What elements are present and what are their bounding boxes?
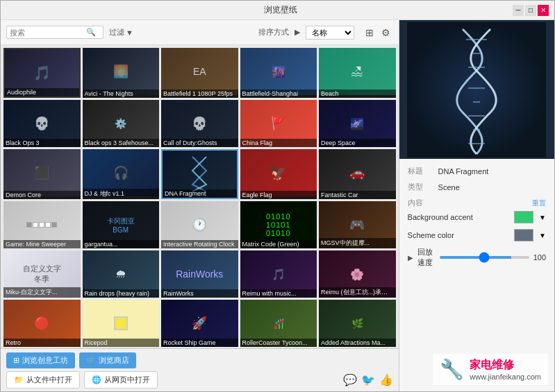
grid-item[interactable]: 🎧 DJ & 地fc v1.1 bbox=[83, 149, 160, 199]
grid-item[interactable]: RainWorks RainWorks bbox=[161, 250, 238, 298]
bg-accent-row: Background accent ▼ bbox=[408, 211, 546, 223]
grid-item[interactable]: 🎵 Audiophile bbox=[3, 48, 81, 98]
browse-store-label: 浏览商店 bbox=[99, 355, 129, 366]
search-input[interactable] bbox=[10, 28, 86, 37]
minimize-button[interactable]: ─ bbox=[513, 5, 524, 16]
grid-item[interactable]: Game: Mine Sweeper bbox=[3, 201, 81, 248]
grid-item[interactable]: 🎢 RollerCoaster Tycoon... bbox=[240, 300, 317, 347]
grid-item-label: Beach bbox=[319, 90, 396, 98]
grid-item[interactable]: 🚩 China Flag bbox=[240, 100, 317, 147]
grid-item[interactable]: 🌆 Battlefield-Shanghai bbox=[240, 48, 317, 98]
social-facebook-icon[interactable]: 👍 bbox=[379, 373, 393, 386]
speed-label: 回放速度 bbox=[417, 247, 436, 268]
grid-item[interactable]: 🌧 Rain drops (heavy rain) bbox=[83, 250, 160, 298]
filter-icon: ▼ bbox=[126, 28, 133, 37]
grid-item[interactable]: 🏖 Beach bbox=[319, 48, 396, 98]
grid-item[interactable]: 🚗 Fantastic Car bbox=[319, 149, 396, 199]
grid-item[interactable]: 💀 Black Ops 3 bbox=[3, 100, 81, 147]
grid-item[interactable]: 🎮 MGSV中的提摩... bbox=[319, 201, 396, 248]
sort-select[interactable]: 名称 日期 大小 bbox=[306, 26, 354, 40]
close-button[interactable]: ✕ bbox=[538, 5, 549, 16]
grid-item-label: Added Attractions Ma... bbox=[319, 339, 396, 347]
social-steam-icon[interactable]: 💬 bbox=[343, 373, 357, 386]
browse-workshop-button[interactable]: ⊞ 浏览创意工坊 bbox=[6, 352, 75, 368]
grid-item[interactable]: Ricepod bbox=[83, 300, 160, 347]
grid-item-dna[interactable]: DNA Fragment bbox=[161, 149, 238, 199]
speed-value: 100 bbox=[533, 253, 546, 262]
bg-accent-dropdown[interactable]: ▼ bbox=[539, 214, 546, 221]
watermark-icon: 🔧 bbox=[440, 358, 464, 381]
grid-item-label: gargantua... bbox=[83, 240, 160, 248]
svg-rect-0 bbox=[407, 22, 546, 157]
grid-item[interactable]: 卡冈图亚BGM gargantua... bbox=[83, 201, 160, 248]
bottom-row-2: 📁 从文件中打开 🌐 从网页中打开 💬 🐦 👍 bbox=[6, 371, 393, 389]
grid-item-label: RollerCoaster Tycoon... bbox=[240, 339, 317, 347]
filter-button[interactable]: 过滤 ▼ bbox=[109, 27, 133, 37]
grid-item-label: MGSV中的提摩... bbox=[319, 238, 396, 248]
social-twitter-icon[interactable]: 🐦 bbox=[361, 373, 375, 386]
workshop-icon: ⊞ bbox=[13, 356, 19, 365]
grid-view-icon[interactable]: ⊞ bbox=[363, 26, 376, 40]
grid-item[interactable]: 🦅 Eagle Flag bbox=[240, 149, 317, 199]
grid-item-label: RainWorks bbox=[161, 289, 238, 298]
bottom-bar: ⊞ 浏览创意工坊 🛒 浏览商店 📁 从文件中打开 🌐 从网 bbox=[1, 348, 399, 391]
grid-item[interactable]: 💀 Call of Duty:Ghosts bbox=[161, 100, 238, 147]
toolbar-icons: ⊞ ⚙ bbox=[363, 26, 393, 40]
open-url-label: 从网页中打开 bbox=[104, 375, 150, 385]
content-section-label: 内容 bbox=[408, 198, 423, 208]
grid-item[interactable]: 🚀 Rocket Ship Game bbox=[161, 300, 238, 347]
grid-item[interactable]: 🌸 Reimu (创意工坊...)承接壁 bbox=[319, 250, 396, 298]
grid-item-label: Black Ops 3 bbox=[3, 139, 81, 147]
grid-item[interactable]: ⬛ Demon Core bbox=[3, 149, 81, 199]
window-controls: ─ □ ✕ bbox=[513, 5, 549, 16]
grid-item[interactable]: 🔴 Retro bbox=[3, 300, 81, 347]
grid-item[interactable]: 🌌 Deep Space bbox=[319, 100, 396, 147]
grid-item-label: Miku-自定义文字... bbox=[3, 287, 81, 298]
grid-item-label: Eagle Flag bbox=[240, 191, 317, 199]
type-field-label: 类型 bbox=[408, 182, 433, 192]
bg-accent-swatch[interactable] bbox=[514, 211, 533, 223]
grid-item-label: Battlefield 1 1080P 25fps bbox=[161, 90, 238, 98]
grid-item[interactable]: 🎵 Reimu with music... bbox=[240, 250, 317, 298]
scheme-color-row: Scheme color ▼ bbox=[408, 229, 546, 241]
open-file-button[interactable]: 📁 从文件中打开 bbox=[6, 371, 80, 389]
grid-item-label: Retro bbox=[3, 339, 81, 347]
grid-item-label: Rocket Ship Game bbox=[161, 339, 238, 347]
speed-slider[interactable] bbox=[440, 256, 529, 259]
grid-item[interactable]: 🌅 Avici - The Nights bbox=[83, 48, 160, 98]
content-section: 内容 重置 bbox=[408, 198, 546, 208]
grid-item[interactable]: 🌿 Added Attractions Ma... bbox=[319, 300, 396, 347]
content-area: 🔍 过滤 ▼ 排序方式 ▶ 名称 日期 大小 ⊞ ⚙ bbox=[1, 20, 554, 391]
grid-item[interactable]: 自定义文字冬季 Miku-自定义文字... bbox=[3, 250, 81, 298]
title-field-value: DNA Fragment bbox=[438, 167, 489, 176]
grid-item[interactable]: ⚙️ Black ops 3 Safehouse... bbox=[83, 100, 160, 147]
grid: 🎵 Audiophile 🌅 Avici - The Nights EA bbox=[3, 48, 396, 347]
grid-item[interactable]: EA Battlefield 1 1080P 25fps bbox=[161, 48, 238, 98]
main-window: 浏览壁纸 ─ □ ✕ 🔍 过滤 ▼ 排序方式 ▶ 名称 bbox=[0, 0, 555, 392]
right-panel: 标题 DNA Fragment 类型 Scene 内容 重置 Backgroun… bbox=[399, 20, 554, 391]
watermark-cn-text: 家电维修 bbox=[470, 358, 541, 373]
open-url-button[interactable]: 🌐 从网页中打开 bbox=[84, 371, 158, 389]
grid-item-label: Audiophile bbox=[5, 88, 79, 96]
maximize-button[interactable]: □ bbox=[525, 5, 536, 16]
browse-store-button[interactable]: 🛒 浏览商店 bbox=[79, 352, 136, 368]
scheme-color-dropdown[interactable]: ▼ bbox=[539, 232, 546, 239]
reset-button[interactable]: 重置 bbox=[532, 198, 546, 208]
grid-item[interactable]: 🕐 Interactive Rotating Clock bbox=[161, 201, 238, 248]
filter-label: 过滤 bbox=[109, 27, 124, 37]
grid-item-label: Call of Duty:Ghosts bbox=[161, 139, 238, 147]
search-icon: 🔍 bbox=[86, 28, 96, 37]
bottom-row-1: ⊞ 浏览创意工坊 🛒 浏览商店 bbox=[6, 352, 393, 368]
scheme-color-label: Scheme color bbox=[408, 231, 509, 239]
left-panel: 🔍 过滤 ▼ 排序方式 ▶ 名称 日期 大小 ⊞ ⚙ bbox=[1, 20, 399, 391]
grid-item-label: Reimu with music... bbox=[240, 289, 317, 298]
title-field-label: 标题 bbox=[408, 166, 433, 176]
sort-arrow: ▶ bbox=[295, 28, 300, 37]
grid-item-label: Matrix Code (Green) bbox=[240, 240, 317, 248]
scheme-color-swatch[interactable] bbox=[514, 229, 533, 241]
watermark: 🔧 家电维修 www.jianfeikang.com bbox=[433, 354, 548, 385]
grid-item[interactable]: 010101010101010 Matrix Code (Green) bbox=[240, 201, 317, 248]
settings-icon[interactable]: ⚙ bbox=[379, 26, 393, 40]
grid-item-label: Deep Space bbox=[319, 139, 396, 147]
watermark-bg: 🔧 家电维修 www.jianfeikang.com bbox=[433, 354, 548, 385]
